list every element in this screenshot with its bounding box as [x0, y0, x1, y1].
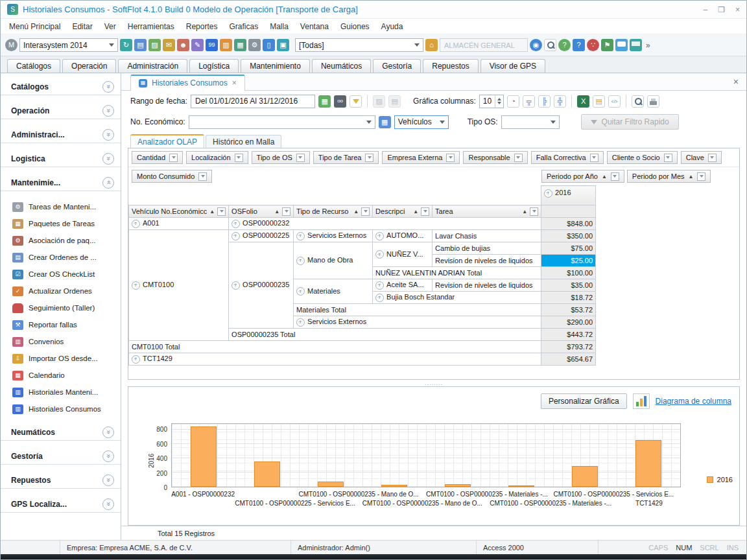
module-tab-mantenimiento[interactable]: Mantenimiento: [241, 59, 310, 73]
sidebar-section-catalogos[interactable]: Catálogos »: [1, 78, 121, 95]
bar[interactable]: [191, 426, 217, 487]
filter-icon[interactable]: [446, 154, 455, 162]
menu-item-ver[interactable]: Ver: [99, 20, 122, 33]
collapse-icon[interactable]: >: [296, 287, 305, 296]
vehiculos-select[interactable]: Vehículos: [394, 115, 449, 129]
pivot-value-cell[interactable]: $848.00: [541, 218, 596, 230]
photo-icon[interactable]: ▨: [148, 39, 161, 51]
pivot-cell[interactable]: >NUÑEZ V...: [373, 242, 433, 267]
columns-icon[interactable]: ▯: [263, 39, 275, 51]
pivot-row-field-descripcion[interactable]: Descripci▲: [373, 205, 433, 218]
filter-icon[interactable]: [697, 172, 706, 181]
filter-icon[interactable]: [296, 154, 305, 162]
sidebar-section-gps-localizacion[interactable]: GPS Localiza... »: [1, 496, 121, 513]
calculator-icon[interactable]: ▦: [379, 116, 391, 128]
users-icon[interactable]: ☻: [177, 39, 189, 51]
edit-document-icon[interactable]: ✎: [191, 39, 204, 51]
bar[interactable]: [445, 484, 471, 487]
pivot-cell[interactable]: >Bujia Bosch Estandar: [373, 292, 541, 304]
grafica-columnas-spinner[interactable]: 10: [479, 95, 504, 108]
sort-asc-icon[interactable]: ▲: [522, 209, 527, 215]
pivot-value-cell[interactable]: $290.00: [541, 316, 596, 329]
restore-button[interactable]: ❒: [718, 5, 725, 14]
no-economico-select[interactable]: [189, 115, 375, 129]
filter-funnel-icon[interactable]: [350, 95, 362, 108]
sort-asc-icon[interactable]: ▲: [274, 209, 279, 215]
pivot-cell[interactable]: >Servicios Externos: [294, 316, 541, 329]
pivot-field-monto-consumido[interactable]: Monto Consumido: [132, 170, 212, 183]
sidebar-item-actualizar-ordenes[interactable]: ✓ Actualizar Ordenes: [1, 283, 121, 299]
expand-icon[interactable]: >: [231, 232, 240, 240]
bar[interactable]: [381, 485, 407, 487]
filter-icon[interactable]: [664, 154, 672, 162]
pivot-field-falla-correctiva[interactable]: Falla Correctiva: [531, 151, 604, 164]
chat-icon[interactable]: [615, 39, 628, 51]
expand-icon[interactable]: >: [132, 355, 140, 364]
close-tab-icon[interactable]: ×: [232, 78, 237, 88]
note-export-icon[interactable]: ▤: [593, 95, 605, 108]
menu-item-guiones[interactable]: Guiones: [335, 20, 375, 33]
pivot-cell[interactable]: Lavar Chasis: [433, 230, 541, 242]
pivot-cell[interactable]: >OSP00000235: [229, 242, 294, 329]
module-tab-operacion[interactable]: Operación: [62, 59, 116, 73]
spreadsheet-icon[interactable]: ▦: [234, 39, 246, 51]
menu-item-ayuda[interactable]: Ayuda: [375, 20, 409, 33]
bar[interactable]: [318, 482, 344, 487]
pivot-field-empresa-externa[interactable]: Empresa Externa: [382, 151, 460, 164]
flag-icon[interactable]: ⚑: [601, 39, 613, 51]
notebook-icon[interactable]: ▥: [220, 39, 232, 51]
pivot-cell[interactable]: >OSP00000225: [229, 230, 294, 242]
sidebar-item-historiales-consumos[interactable]: ▥ Historiales Consumos: [1, 401, 121, 417]
tipo-os-select[interactable]: [501, 115, 560, 129]
pivot-cell[interactable]: >Materiales: [294, 279, 373, 304]
tree-collapse-icon[interactable]: ╬: [554, 95, 566, 108]
close-pane-icon[interactable]: ×: [733, 76, 739, 87]
collapse-icon[interactable]: >: [231, 281, 240, 290]
search-page-icon[interactable]: [544, 39, 556, 51]
sidebar-item-crear-ordenes[interactable]: ▤ Crear Ordenes de ...: [1, 249, 121, 266]
print-icon[interactable]: [647, 95, 659, 108]
filter-icon[interactable]: [198, 172, 207, 181]
expand-section-icon[interactable]: »: [102, 105, 114, 117]
report-icon[interactable]: ▤: [134, 39, 147, 51]
splitter-handle[interactable]: [121, 380, 746, 386]
globe-icon[interactable]: ◉: [530, 39, 542, 51]
expand-icon[interactable]: >: [375, 294, 384, 302]
collapse-icon[interactable]: >: [296, 257, 305, 265]
filter-icon[interactable]: [590, 154, 599, 162]
sort-asc-icon[interactable]: ▲: [209, 209, 215, 215]
expand-section-icon[interactable]: »: [102, 474, 114, 486]
module-tab-catalogos[interactable]: Catálogos: [7, 59, 60, 73]
filter-icon[interactable]: [421, 207, 429, 216]
spinner-arrows[interactable]: [495, 95, 503, 108]
todas-select[interactable]: [Todas]: [295, 38, 423, 52]
bar[interactable]: [635, 440, 661, 487]
module-tab-visor-gps[interactable]: Visor de GPS: [480, 59, 545, 73]
filter-icon[interactable]: [235, 154, 243, 162]
module-tab-gestoria[interactable]: Gestoría: [373, 59, 421, 73]
filter-icon[interactable]: [708, 154, 717, 162]
pivot-cell[interactable]: >AUTOMO...: [373, 230, 433, 242]
pivot-field-tipo-os[interactable]: Tipo de OS: [252, 151, 310, 164]
help-icon[interactable]: ?: [573, 39, 585, 51]
company-select[interactable]: Interasystem 2014: [19, 38, 118, 52]
pivot-field-responsable[interactable]: Responsable: [463, 151, 527, 164]
pivot-cell[interactable]: >OSP00000232: [229, 218, 541, 230]
pivot-row-field-tipo-recurso[interactable]: Tipo de Recurso▲: [294, 205, 373, 218]
expand-section-icon[interactable]: »: [102, 129, 114, 141]
sidebar-item-crear-os-checklist[interactable]: ☑ Crear OS CheckList: [1, 266, 121, 283]
pivot-row-field-vehiculo[interactable]: Vehículo No.Económicc▲: [129, 205, 229, 218]
pivot-field-periodo-ano[interactable]: Periodo por Año▲: [541, 170, 624, 183]
filter-icon[interactable]: [530, 207, 538, 216]
sidebar-section-gestoria[interactable]: Gestoría »: [1, 448, 121, 465]
expand-icon[interactable]: >: [296, 318, 305, 327]
pivot-cell[interactable]: Revision de niveles de liquidos: [433, 255, 541, 267]
expand-icon[interactable]: >: [132, 220, 140, 228]
bar[interactable]: [254, 461, 280, 487]
image-icon[interactable]: ▨: [373, 95, 385, 108]
menu-item-reportes[interactable]: Reportes: [180, 20, 224, 33]
pivot-field-localizacion[interactable]: Localización: [186, 151, 248, 164]
column-chart-icon[interactable]: [633, 393, 650, 409]
pivot-value-cell[interactable]: $443.72: [541, 329, 596, 341]
expand-section-icon[interactable]: »: [102, 81, 114, 93]
